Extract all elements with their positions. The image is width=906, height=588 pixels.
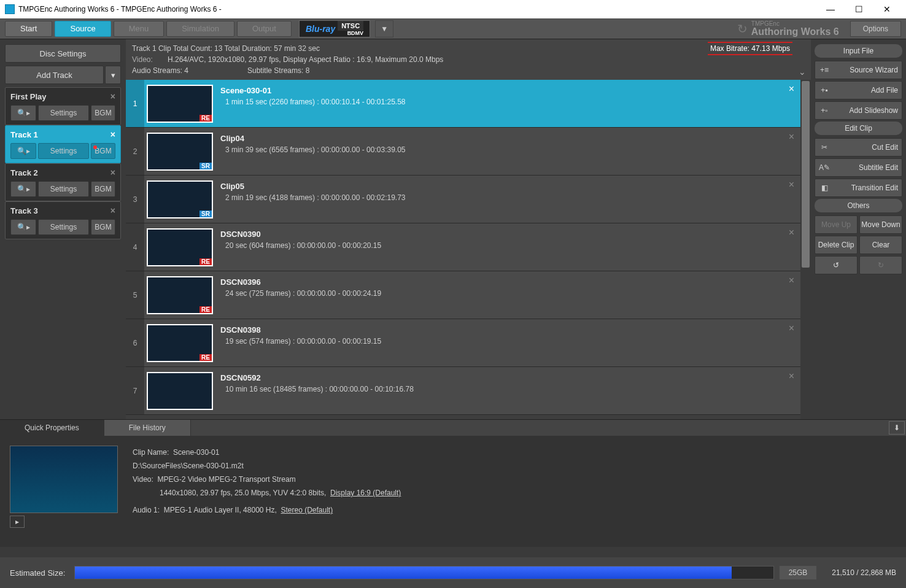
- track-search-button[interactable]: 🔍▸: [10, 143, 36, 159]
- track-bgm-button[interactable]: BGM: [91, 219, 115, 235]
- clip-row[interactable]: 1 RE Scene-030-01 1 min 15 sec (2260 fra…: [126, 80, 800, 128]
- track-settings-button[interactable]: Settings: [38, 219, 89, 235]
- track-bgm-button[interactable]: BGM: [91, 181, 115, 197]
- tv-region: NTSC: [338, 21, 363, 31]
- right-header-others: Others: [815, 199, 902, 212]
- subtitle-edit-button[interactable]: A✎Subtitle Edit: [815, 158, 902, 177]
- disc-settings-button[interactable]: Disc Settings: [5, 44, 121, 63]
- track-search-button[interactable]: 🔍▸: [10, 219, 36, 235]
- nav-menu[interactable]: Menu: [114, 21, 165, 37]
- clip-badge: RE: [199, 258, 212, 265]
- disc-format-dropdown[interactable]: ▼: [375, 20, 393, 37]
- clip-remove-icon[interactable]: ×: [789, 131, 794, 142]
- delete-clip-button[interactable]: Delete Clip: [815, 236, 858, 254]
- clip-list[interactable]: 1 RE Scene-030-01 1 min 15 sec (2260 fra…: [126, 80, 800, 419]
- subtitle-icon: A✎: [819, 162, 830, 173]
- right-header-edit-clip: Edit Clip: [815, 122, 902, 135]
- track-box-0[interactable]: First Play × 🔍▸ Settings BGM: [5, 87, 121, 125]
- source-wizard-button[interactable]: +≡Source Wizard: [815, 61, 902, 79]
- close-button[interactable]: ✕: [873, 0, 901, 18]
- clip-row[interactable]: 3 SR Clip05 2 min 19 sec (4188 frames) :…: [126, 176, 800, 223]
- track-box-3[interactable]: Track 3 × 🔍▸ Settings BGM: [5, 201, 121, 239]
- track-settings-button[interactable]: Settings: [38, 105, 89, 121]
- center-panel: Track 1 Clip Total Count: 13 Total Durat…: [126, 39, 811, 419]
- clip-badge: RE: [199, 354, 212, 361]
- clip-name: Scene-030-01: [220, 86, 796, 95]
- clip-remove-icon[interactable]: ×: [789, 179, 794, 190]
- collapse-properties-icon[interactable]: ⬇: [889, 421, 905, 435]
- preview-play-button[interactable]: ▸: [10, 516, 25, 528]
- move-up-button[interactable]: Move Up: [815, 215, 858, 234]
- clip-index: 5: [126, 271, 144, 319]
- clip-row[interactable]: 6 RE DSCN0398 19 sec (574 frames) : 00:0…: [126, 319, 800, 367]
- track-close-icon[interactable]: ×: [110, 130, 115, 139]
- add-track-dropdown[interactable]: ▾: [105, 66, 121, 84]
- add-track-button[interactable]: Add Track: [5, 66, 104, 84]
- track-close-icon[interactable]: ×: [110, 91, 115, 101]
- display-aspect-link[interactable]: Display 16:9 (Default): [330, 489, 401, 497]
- clip-name: Clip05: [220, 182, 796, 191]
- clip-remove-icon[interactable]: ×: [789, 323, 794, 334]
- track-close-icon[interactable]: ×: [110, 206, 115, 215]
- disc-capacity-selector[interactable]: 25GB: [780, 566, 816, 579]
- nav-output[interactable]: Output: [237, 21, 292, 37]
- undo-button[interactable]: ↺: [815, 256, 858, 274]
- cut-edit-button[interactable]: ✂Cut Edit: [815, 138, 902, 157]
- track-search-button[interactable]: 🔍▸: [10, 105, 36, 121]
- nav-source[interactable]: Source: [55, 21, 110, 37]
- transition-edit-button[interactable]: ◧Transition Edit: [815, 179, 902, 197]
- track-bgm-button[interactable]: BGM: [91, 105, 115, 121]
- nav-simulation[interactable]: Simulation: [166, 21, 234, 37]
- clip-name: DSCN0592: [220, 373, 796, 382]
- clip-duration: 10 min 16 sec (18485 frames) : 00:00:00.…: [220, 385, 796, 393]
- track-box-1[interactable]: Track 1 × 🔍▸ Settings BGM: [5, 125, 121, 163]
- add-slideshow-button[interactable]: +▫Add Slideshow: [815, 101, 902, 120]
- clip-index: 6: [126, 319, 144, 366]
- video-label: Video:: [132, 54, 163, 65]
- track-bgm-button[interactable]: BGM: [91, 143, 115, 159]
- expand-header-icon[interactable]: ⌄: [799, 66, 806, 77]
- clip-remove-icon[interactable]: ×: [789, 227, 794, 238]
- clear-button[interactable]: Clear: [859, 236, 902, 254]
- clip-row[interactable]: 2 SR Clip04 3 min 39 sec (6565 frames) :…: [126, 128, 800, 176]
- properties-hscroll[interactable]: [0, 547, 906, 557]
- clip-row[interactable]: 5 RE DSCN0396 24 sec (725 frames) : 00:0…: [126, 271, 800, 319]
- maximize-button[interactable]: ☐: [845, 0, 873, 18]
- clip-list-scrollbar[interactable]: [800, 80, 811, 419]
- options-button[interactable]: Options: [850, 21, 901, 37]
- disc-format-selector[interactable]: Blu-ray NTSC BDMV: [299, 20, 370, 37]
- minimize-button[interactable]: —: [816, 0, 845, 18]
- clip-index: 3: [126, 176, 144, 223]
- clip-row[interactable]: 7 DSCN0592 10 min 16 sec (18485 frames) …: [126, 367, 800, 415]
- track-box-2[interactable]: Track 2 × 🔍▸ Settings BGM: [5, 163, 121, 201]
- clip-index: 1: [126, 80, 144, 127]
- track-search-button[interactable]: 🔍▸: [10, 181, 36, 197]
- clip-remove-icon[interactable]: ×: [789, 371, 794, 382]
- nav-start[interactable]: Start: [5, 21, 52, 37]
- brand-area: ↻ TMPGEnc Authoring Works 6: [396, 21, 844, 37]
- clip-thumbnail: SR: [147, 133, 213, 171]
- clip-thumbnail: [147, 372, 213, 410]
- tab-file-history[interactable]: File History: [104, 420, 191, 436]
- brand-small: TMPGEnc: [751, 21, 839, 27]
- properties-panel: Quick Properties File History ⬇ ▸ Clip N…: [0, 419, 906, 557]
- clip-thumbnail: RE: [147, 85, 213, 123]
- redo-button[interactable]: ↻: [859, 256, 902, 274]
- wizard-icon: +≡: [819, 64, 830, 75]
- track-settings-button[interactable]: Settings: [38, 143, 89, 159]
- estimated-size-label: Estimated Size:: [10, 568, 68, 578]
- audio-mode-link[interactable]: Stereo (Default): [281, 506, 333, 514]
- track-name: Track 3: [10, 206, 38, 215]
- move-down-button[interactable]: Move Down: [859, 215, 902, 234]
- disc-subformat: BDMV: [339, 31, 363, 36]
- track-settings-button[interactable]: Settings: [38, 181, 89, 197]
- add-file-button[interactable]: +▪Add File: [815, 81, 902, 99]
- clip-row[interactable]: 4 RE DSCN0390 20 sec (604 frames) : 00:0…: [126, 223, 800, 271]
- app-icon: [5, 4, 15, 14]
- clip-remove-icon[interactable]: ×: [789, 275, 794, 286]
- track-close-icon[interactable]: ×: [110, 168, 115, 177]
- clip-remove-icon[interactable]: ×: [789, 83, 794, 95]
- tab-quick-properties[interactable]: Quick Properties: [0, 420, 104, 436]
- right-panel: Input File +≡Source Wizard +▪Add File +▫…: [811, 39, 906, 419]
- footer-bar: Estimated Size: 25GB 21,510 / 22,868 MB: [0, 557, 906, 588]
